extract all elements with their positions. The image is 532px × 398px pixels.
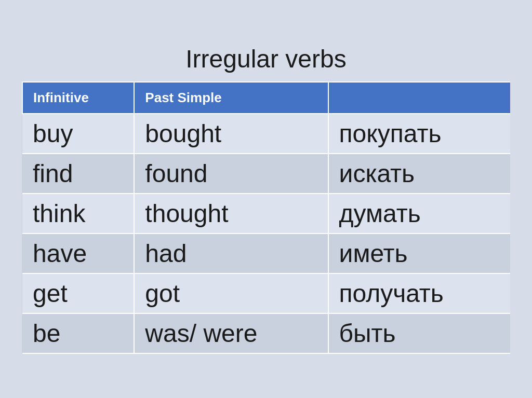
cell-translation: покупать: [328, 114, 510, 154]
cell-infinitive: get: [22, 273, 134, 313]
cell-past-simple: had: [134, 234, 328, 273]
header-translation: [328, 82, 510, 114]
cell-past-simple: thought: [134, 194, 328, 234]
cell-infinitive: buy: [22, 114, 134, 154]
table-header-row: Infinitive Past Simple: [22, 82, 510, 114]
table-row: thinkthoughtдумать: [22, 194, 510, 234]
cell-translation: иметь: [328, 234, 510, 273]
cell-past-simple: found: [134, 154, 328, 194]
header-past-simple: Past Simple: [134, 82, 328, 114]
cell-translation: думать: [328, 194, 510, 234]
table-row: havehadиметь: [22, 234, 510, 273]
cell-infinitive: have: [22, 234, 134, 273]
page-title: Irregular verbs: [185, 45, 346, 73]
cell-past-simple: was/ were: [134, 313, 328, 353]
cell-infinitive: find: [22, 154, 134, 194]
cell-translation: быть: [328, 313, 510, 353]
cell-past-simple: got: [134, 273, 328, 313]
irregular-verbs-table: Infinitive Past Simple buyboughtпокупать…: [22, 81, 510, 354]
cell-infinitive: think: [22, 194, 134, 234]
table-row: findfoundискать: [22, 154, 510, 194]
table-row: getgotполучать: [22, 273, 510, 313]
cell-past-simple: bought: [134, 114, 328, 154]
table-wrapper: Infinitive Past Simple buyboughtпокупать…: [22, 81, 510, 354]
cell-translation: получать: [328, 273, 510, 313]
table-row: buyboughtпокупать: [22, 114, 510, 154]
header-infinitive: Infinitive: [22, 82, 134, 114]
cell-translation: искать: [328, 154, 510, 194]
cell-infinitive: be: [22, 313, 134, 353]
table-row: bewas/ wereбыть: [22, 313, 510, 353]
